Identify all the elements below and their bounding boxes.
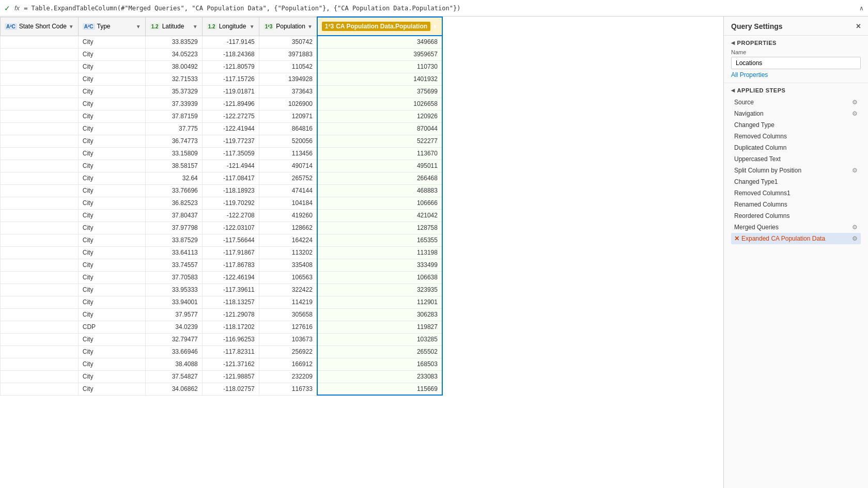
table-cell: CDP	[78, 321, 145, 333]
table-cell: City	[78, 197, 145, 209]
step-item-left: Changed Type	[734, 121, 774, 129]
table-row[interactable]: City32.71533-117.1572613949281401932	[1, 73, 442, 85]
table-row[interactable]: City33.15809-117.35059113456113670	[1, 147, 442, 160]
step-item-changed-type1[interactable]: Changed Type1	[731, 176, 861, 187]
table-row[interactable]: City32.64-117.08417265752266468	[1, 172, 442, 184]
table-row[interactable]: City37.80437-122.2708419260421042	[1, 209, 442, 222]
table-row[interactable]: City33.74557-117.86783335408333499	[1, 259, 442, 271]
table-row[interactable]: City37.775-122.41944864816870044	[1, 122, 442, 135]
table-row[interactable]: City37.9577-121.29078305658306283	[1, 308, 442, 321]
step-item-reordered-columns[interactable]: Reordered Columns	[731, 210, 861, 222]
step-gear-icon-merged-queries[interactable]: ⚙	[852, 224, 858, 231]
step-gear-icon-expanded-ca-population-data[interactable]: ⚙	[852, 235, 858, 242]
table-cell: 522277	[317, 135, 442, 147]
step-item-source[interactable]: Source⚙	[731, 97, 861, 108]
step-item-left: Navigation	[734, 110, 764, 117]
query-settings-close-button[interactable]: ×	[856, 22, 861, 31]
table-row[interactable]: City37.87159-122.27275120971120926	[1, 110, 442, 122]
col-header-type[interactable]: A²C Type ▼	[78, 17, 145, 36]
table-cell: 33.87529	[145, 234, 202, 246]
step-item-removed-columns[interactable]: Removed Columns	[731, 131, 861, 142]
table-row[interactable]: City37.70583-122.46194106563106638	[1, 271, 442, 284]
table-cell: 104184	[259, 197, 317, 209]
filter-icon-lon[interactable]: ▼	[250, 24, 255, 29]
filter-icon-lat[interactable]: ▼	[193, 24, 198, 29]
table-cell: 256922	[259, 345, 317, 358]
formula-check-icon[interactable]: ✓	[4, 4, 10, 12]
table-row[interactable]: City34.06862-118.02757116733115669	[1, 383, 442, 395]
step-item-left: Duplicated Column	[734, 144, 786, 151]
step-label-merged-queries: Merged Queries	[734, 224, 779, 231]
step-label-removed-columns1: Removed Columns1	[734, 190, 791, 197]
step-item-duplicated-column[interactable]: Duplicated Column	[731, 142, 861, 153]
table-cell: City	[78, 36, 145, 48]
step-item-left: Source	[734, 99, 754, 106]
table-row[interactable]: City37.54827-121.98857232209233083	[1, 370, 442, 383]
table-cell	[1, 296, 79, 308]
formula-bar: ✓ fx ∧	[0, 0, 868, 17]
step-item-changed-type[interactable]: Changed Type	[731, 119, 861, 131]
step-item-renamed-columns[interactable]: Renamed Columns	[731, 199, 861, 210]
table-cell: 120926	[317, 110, 442, 122]
table-row[interactable]: City38.00492-121.80579110542110730	[1, 60, 442, 73]
table-cell: City	[78, 271, 145, 284]
table-row[interactable]: City36.74773-119.77237520056522277	[1, 135, 442, 147]
table-cell: City	[78, 284, 145, 296]
table-row[interactable]: City38.58157-121.4944490714495011	[1, 160, 442, 172]
filter-icon-pop[interactable]: ▼	[307, 24, 313, 29]
table-row[interactable]: CDP34.0239-118.17202127616119827	[1, 321, 442, 333]
col-header-latitude[interactable]: 1.2 Latitude ▼	[145, 17, 202, 36]
step-item-expanded-ca-population-data[interactable]: ✕Expanded CA Population Data⚙	[731, 233, 861, 244]
col-header-population[interactable]: 1²3 Population ▼	[259, 17, 317, 36]
all-properties-link[interactable]: All Properties	[731, 71, 861, 78]
table-cell: City	[78, 98, 145, 110]
table-row[interactable]: City37.97798-122.03107128662128758	[1, 222, 442, 234]
table-row[interactable]: City33.87529-117.56644164224165355	[1, 234, 442, 246]
table-cell	[1, 184, 79, 197]
table-row[interactable]: City35.37329-119.01871373643375699	[1, 85, 442, 98]
table-cell: 490714	[259, 160, 317, 172]
step-item-merged-queries[interactable]: Merged Queries⚙	[731, 222, 861, 233]
table-row[interactable]: City33.83529-117.9145350742349668	[1, 36, 442, 48]
table-cell: 36.82523	[145, 197, 202, 209]
table-cell: 34.06862	[145, 383, 202, 395]
table-row[interactable]: City36.82523-119.70292104184106666	[1, 197, 442, 209]
step-gear-icon-split-column-by-position[interactable]: ⚙	[852, 167, 858, 174]
table-cell: 232209	[259, 370, 317, 383]
step-gear-icon-navigation[interactable]: ⚙	[852, 110, 858, 117]
data-table-wrapper[interactable]: A²C State Short Code ▼ A²C Type	[0, 17, 723, 488]
formula-expand-icon[interactable]: ∧	[859, 5, 864, 12]
table-row[interactable]: City38.4088-121.37162166912168503	[1, 358, 442, 370]
query-name-input[interactable]	[731, 57, 861, 69]
step-item-removed-columns1[interactable]: Removed Columns1	[731, 187, 861, 199]
step-item-uppercased-text[interactable]: Uppercased Text	[731, 153, 861, 165]
table-cell: -117.9145	[202, 36, 259, 48]
step-item-split-column-by-position[interactable]: Split Column by Position⚙	[731, 165, 861, 176]
table-row[interactable]: City33.76696-118.18923474144468883	[1, 184, 442, 197]
col-header-longitude[interactable]: 1.2 Longitude ▼	[202, 17, 259, 36]
table-row[interactable]: City33.94001-118.13257114219112901	[1, 296, 442, 308]
table-row[interactable]: City33.64113-117.91867113202113198	[1, 246, 442, 259]
col-header-state-short-code[interactable]: A²C State Short Code ▼	[1, 17, 79, 36]
table-cell: 37.87159	[145, 110, 202, 122]
table-row[interactable]: City32.79477-116.96253103673103285	[1, 333, 442, 345]
table-row[interactable]: City33.66946-117.82311256922265502	[1, 345, 442, 358]
step-item-navigation[interactable]: Navigation⚙	[731, 108, 861, 119]
table-row[interactable]: City34.05223-118.2436839718833959657	[1, 48, 442, 60]
col-header-ca-population[interactable]: 1²3 CA Population Data.Population ▼	[317, 17, 442, 36]
table-cell: -121.37162	[202, 358, 259, 370]
table-cell: 106563	[259, 271, 317, 284]
table-row[interactable]: City37.33939-121.8949610269001026658	[1, 98, 442, 110]
table-cell: City	[78, 147, 145, 160]
formula-input[interactable]	[24, 5, 855, 12]
filter-icon-ca-pop[interactable]: ▼	[432, 24, 438, 29]
step-gear-icon-source[interactable]: ⚙	[852, 99, 858, 106]
filter-icon-type[interactable]: ▼	[136, 24, 141, 29]
table-cell: 421042	[317, 209, 442, 222]
table-cell: City	[78, 85, 145, 98]
table-row[interactable]: City33.95333-117.39611322422323935	[1, 284, 442, 296]
step-label-expanded-ca-population-data: Expanded CA Population Data	[741, 235, 825, 242]
filter-icon-state[interactable]: ▼	[69, 24, 74, 29]
table-cell: -117.39611	[202, 284, 259, 296]
step-item-left: Reordered Columns	[734, 212, 789, 219]
